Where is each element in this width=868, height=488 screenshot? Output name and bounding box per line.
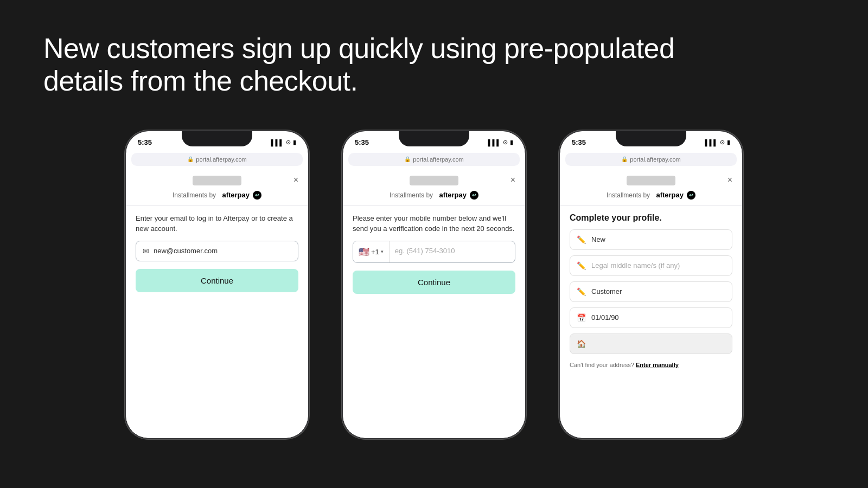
status-icons-1: ▌▌▌ ⊙ ▮	[271, 139, 296, 146]
logo-bar-3	[627, 176, 675, 185]
phones-container: 5:35 ▌▌▌ ⊙ ▮ 🔒 portal.afterpay.com Insta…	[43, 130, 825, 466]
phone-1: 5:35 ▌▌▌ ⊙ ▮ 🔒 portal.afterpay.com Insta…	[125, 130, 309, 439]
lastname-value: Customer	[591, 287, 622, 296]
edit-icon-2: ✏️	[577, 261, 586, 270]
email-value: new@customer.com	[154, 247, 218, 255]
headline-text: New customers sign up quickly using pre-…	[43, 33, 674, 97]
flag-emoji: 🇺🇸	[359, 247, 369, 257]
phone-placeholder: eg. (541) 754-3010	[390, 241, 515, 262]
battery-icon: ▮	[293, 139, 296, 146]
profile-field-address[interactable]: 🏠	[570, 333, 732, 354]
modal-area-2: Installments by afterpay↩ × Please enter…	[343, 168, 525, 438]
afterpay-header-3: Installments by afterpay↩ ×	[570, 168, 732, 205]
cant-find-label: Can't find your address?	[570, 362, 634, 368]
phone-desc: Please enter your mobile number below an…	[353, 213, 515, 234]
status-icons-2: ▌▌▌ ⊙ ▮	[488, 139, 513, 146]
profile-field-middlename[interactable]: ✏️ Legal middle name/s (if any)	[570, 255, 732, 276]
continue-button-2[interactable]: Continue	[353, 271, 515, 294]
middlename-placeholder: Legal middle name/s (if any)	[591, 261, 680, 269]
lock-icon-1: 🔒	[187, 156, 194, 162]
afterpay-header-2: Installments by afterpay↩ ×	[353, 168, 515, 205]
home-icon: 🏠	[577, 339, 586, 348]
firstname-value: New	[591, 235, 605, 243]
headline: New customers sign up quickly using pre-…	[43, 33, 694, 98]
url-3: portal.afterpay.com	[630, 156, 680, 163]
status-time-2: 5:35	[355, 138, 369, 146]
modal-area-1: Installments by afterpay↩ × Enter your e…	[126, 168, 308, 438]
lock-icon-2: 🔒	[404, 156, 411, 162]
wifi-icon-2: ⊙	[503, 139, 508, 146]
edit-icon-3: ✏️	[577, 287, 586, 296]
lock-icon-3: 🔒	[621, 156, 628, 162]
logo-bar-1	[193, 176, 241, 185]
brand-name-3: afterpay	[656, 191, 684, 199]
wifi-icon-3: ⊙	[720, 139, 725, 146]
email-icon: ✉	[143, 247, 149, 255]
url-2: portal.afterpay.com	[413, 156, 463, 163]
continue-button-1[interactable]: Continue	[136, 269, 298, 292]
phone-input-row[interactable]: 🇺🇸 +1 ▾ eg. (541) 754-3010	[353, 241, 515, 263]
profile-field-dob[interactable]: 📅 01/01/90	[570, 307, 732, 328]
chevron-icon: ▾	[381, 249, 384, 254]
calendar-icon: 📅	[577, 313, 586, 322]
status-time-3: 5:35	[572, 138, 586, 146]
url-1: portal.afterpay.com	[196, 156, 246, 163]
complete-profile-title: Complete your profile.	[570, 213, 732, 223]
afterpay-header-1: Installments by afterpay↩ ×	[136, 168, 298, 205]
enter-manually-link[interactable]: Enter manually	[636, 362, 679, 368]
divider-2	[343, 205, 525, 206]
edit-icon-1: ✏️	[577, 235, 586, 244]
status-time-1: 5:35	[138, 138, 152, 146]
ap-icon-1: ↩	[253, 191, 261, 200]
logo-bar-2	[410, 176, 458, 185]
email-input-box[interactable]: ✉ new@customer.com	[136, 241, 298, 261]
profile-field-firstname[interactable]: ✏️ New	[570, 229, 732, 250]
profile-field-lastname[interactable]: ✏️ Customer	[570, 281, 732, 302]
email-desc: Enter your email to log in to Afterpay o…	[136, 213, 298, 234]
wifi-icon: ⊙	[286, 139, 291, 146]
brand-3: Installments by afterpay↩	[607, 191, 695, 200]
phone-code: +1	[371, 248, 379, 256]
close-button-3[interactable]: ×	[727, 176, 732, 184]
brand-label-2: Installments by	[390, 191, 433, 199]
browser-bar-2: 🔒 portal.afterpay.com	[348, 153, 520, 166]
browser-bar-3: 🔒 portal.afterpay.com	[565, 153, 737, 166]
brand-label-1: Installments by	[173, 191, 216, 199]
brand-2: Installments by afterpay↩	[390, 191, 478, 200]
ap-icon-2: ↩	[470, 191, 478, 200]
cant-find-text: Can't find your address? Enter manually	[570, 362, 732, 368]
divider-3	[560, 205, 742, 206]
close-button-1[interactable]: ×	[293, 176, 298, 184]
phone-2: 5:35 ▌▌▌ ⊙ ▮ 🔒 portal.afterpay.com Insta…	[342, 130, 526, 439]
status-bar-3: 5:35 ▌▌▌ ⊙ ▮	[560, 131, 742, 151]
signal-icon: ▌▌▌	[271, 139, 284, 146]
divider-1	[126, 205, 308, 206]
battery-icon-2: ▮	[510, 139, 513, 146]
status-bar-1: 5:35 ▌▌▌ ⊙ ▮	[126, 131, 308, 151]
close-button-2[interactable]: ×	[510, 176, 515, 184]
phone-3: 5:35 ▌▌▌ ⊙ ▮ 🔒 portal.afterpay.com Insta…	[559, 130, 743, 439]
modal-area-3: Installments by afterpay↩ × Complete you…	[560, 168, 742, 438]
status-icons-3: ▌▌▌ ⊙ ▮	[705, 139, 730, 146]
ap-icon-3: ↩	[687, 191, 695, 200]
status-bar-2: 5:35 ▌▌▌ ⊙ ▮	[343, 131, 525, 151]
signal-icon-2: ▌▌▌	[488, 139, 501, 146]
brand-1: Installments by afterpay↩	[173, 191, 261, 200]
battery-icon-3: ▮	[727, 139, 730, 146]
brand-name-2: afterpay	[439, 191, 467, 199]
signal-icon-3: ▌▌▌	[705, 139, 718, 146]
browser-bar-1: 🔒 portal.afterpay.com	[131, 153, 303, 166]
flag-section[interactable]: 🇺🇸 +1 ▾	[353, 241, 390, 262]
brand-name-1: afterpay	[222, 191, 250, 199]
dob-value: 01/01/90	[591, 313, 619, 322]
brand-label-3: Installments by	[607, 191, 650, 199]
